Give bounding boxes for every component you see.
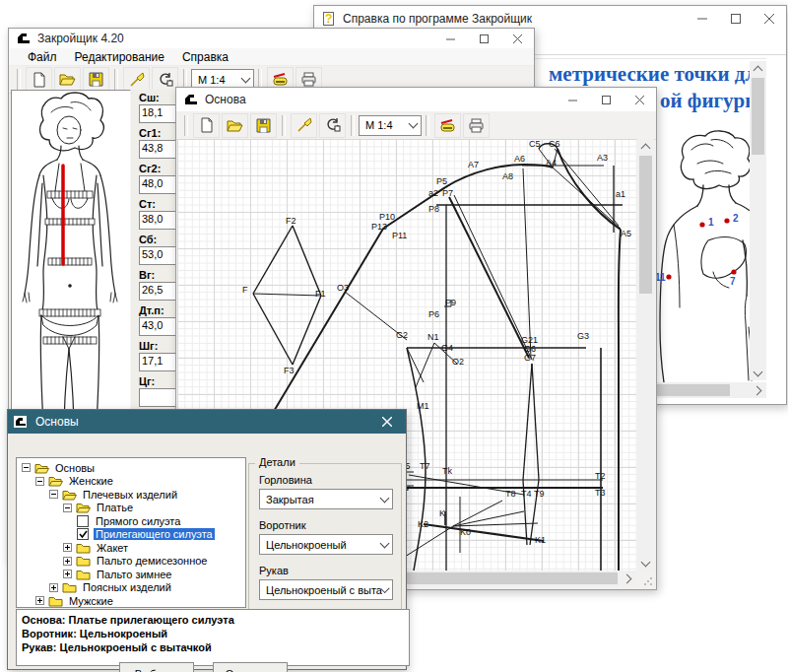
checkbox[interactable] xyxy=(77,515,89,527)
tree-item-label: Пальто демисезонное xyxy=(95,555,209,567)
expand-icon[interactable] xyxy=(49,583,58,592)
help-icon: ? xyxy=(322,12,337,25)
maximize-button[interactable] xyxy=(719,6,753,31)
refresh-button[interactable] xyxy=(319,113,346,138)
folder-closed-icon xyxy=(76,542,91,554)
tree-item-label: Прилегающего силуэта xyxy=(94,528,215,540)
print-button[interactable] xyxy=(463,113,490,138)
folder-open-icon xyxy=(34,462,49,474)
checkbox[interactable] xyxy=(77,528,89,540)
tree-item[interactable]: Пальто демисезонное xyxy=(17,555,245,569)
scroll-down-button[interactable] xyxy=(637,556,654,571)
pattern-line xyxy=(416,343,434,387)
minimize-button[interactable] xyxy=(433,29,467,48)
help-vertical-scrollbar[interactable] xyxy=(750,61,766,380)
pattern-point-label: P5 xyxy=(436,176,447,186)
collapse-icon[interactable] xyxy=(49,490,58,499)
tree-item-label: Женские xyxy=(67,475,115,487)
svg-text:?: ? xyxy=(325,12,332,26)
pattern-point-label: A5 xyxy=(621,229,631,238)
folder-closed-icon xyxy=(62,581,77,593)
tree-item[interactable]: Платье xyxy=(17,502,245,515)
pattern-point-label: K xyxy=(439,508,445,518)
close-button[interactable] xyxy=(753,6,786,31)
tree-item[interactable]: Поясных изделий xyxy=(17,581,245,595)
cancel-button[interactable]: Отменить xyxy=(213,662,288,672)
refresh-button[interactable] xyxy=(152,67,178,92)
minimize-button[interactable] xyxy=(556,88,589,111)
field-label: Воротник xyxy=(259,519,393,531)
tree-item[interactable]: Мужские xyxy=(17,594,245,608)
scroll-up-button[interactable] xyxy=(750,61,766,76)
expand-icon[interactable] xyxy=(63,557,72,566)
maximize-button[interactable] xyxy=(467,29,500,48)
pattern-curve xyxy=(445,165,553,187)
neckline-select[interactable]: Закрытая xyxy=(259,489,393,509)
menu-item-0[interactable]: Файл xyxy=(19,50,66,64)
new-document-button[interactable] xyxy=(26,67,52,92)
selected-value: Цельнокроеный с вытачкой xyxy=(266,584,382,596)
expand-icon[interactable] xyxy=(63,543,72,552)
pattern-point-label: F3 xyxy=(284,366,295,375)
resize-grip[interactable] xyxy=(642,575,654,587)
new-document-button[interactable] xyxy=(193,113,220,138)
tree-item[interactable]: Пальто зимнее xyxy=(17,568,245,581)
close-button[interactable] xyxy=(623,88,656,111)
app-icon xyxy=(17,33,32,45)
sleeve-select[interactable]: Цельнокроеный с вытачкой xyxy=(259,579,393,600)
pattern-line xyxy=(407,348,424,382)
clean-broom-button[interactable] xyxy=(291,113,317,138)
collapse-icon[interactable] xyxy=(63,504,72,512)
collar-select[interactable]: Цельнокроеный xyxy=(259,534,393,555)
clean-broom-button[interactable] xyxy=(123,67,150,92)
scale-select[interactable]: М 1:4 xyxy=(359,115,422,136)
scroll-thumb[interactable] xyxy=(639,156,652,294)
tree-item-label: Пальто зимнее xyxy=(95,569,173,580)
maximize-button[interactable] xyxy=(589,88,623,111)
select-button[interactable]: Выбрать xyxy=(119,662,194,672)
tree-item[interactable]: Женские xyxy=(17,475,245,489)
save-button[interactable] xyxy=(250,113,277,138)
details-group-label: Детали xyxy=(255,456,299,468)
scroll-right-button[interactable] xyxy=(750,382,766,398)
pattern-line xyxy=(555,149,619,226)
scroll-right-button[interactable] xyxy=(620,571,636,586)
dialog-title: Основы xyxy=(35,415,374,429)
close-button[interactable] xyxy=(500,29,534,48)
menu-item-2[interactable]: Справка xyxy=(173,50,237,64)
pattern-line xyxy=(523,364,532,480)
tree-item[interactable]: Прилегающего силуэта xyxy=(17,528,245,542)
menu-item-1[interactable]: Редактирование xyxy=(66,50,173,64)
pattern-point-label: O2 xyxy=(452,357,464,367)
pattern-curve xyxy=(558,149,621,230)
tree-item[interactable]: Плечевых изделий xyxy=(17,488,245,502)
bases-tree[interactable]: ОсновыЖенскиеПлечевых изделийПлатьеПрямо… xyxy=(16,457,246,608)
scroll-down-button[interactable] xyxy=(750,366,766,380)
scroll-up-button[interactable] xyxy=(637,139,654,154)
close-button[interactable] xyxy=(374,410,400,434)
pattern-point-label: N1 xyxy=(427,332,439,342)
minimize-button[interactable] xyxy=(686,6,719,31)
pattern-line xyxy=(532,364,539,480)
tree-item-label: Поясных изделий xyxy=(81,581,173,593)
open-folder-button[interactable] xyxy=(222,113,248,138)
open-folder-button[interactable] xyxy=(54,67,81,92)
tree-item[interactable]: Жакет xyxy=(17,541,245,555)
osnova-vertical-scrollbar[interactable] xyxy=(637,139,654,571)
expand-icon[interactable] xyxy=(35,596,44,605)
pattern-point-label: T4 xyxy=(521,489,532,499)
pattern-line xyxy=(253,294,321,296)
tree-item[interactable]: Основы xyxy=(17,461,245,475)
collapse-icon[interactable] xyxy=(22,463,31,472)
scroll-thumb[interactable] xyxy=(752,78,764,155)
osnova-toolbar: М 1:4 xyxy=(176,111,656,140)
pattern-point-label: G3 xyxy=(577,331,589,341)
tape-measure-button[interactable] xyxy=(434,113,461,138)
expand-icon[interactable] xyxy=(63,570,72,578)
tree-item[interactable]: Прямого силуэта xyxy=(17,514,245,528)
collapse-icon[interactable] xyxy=(35,477,44,486)
point-number-label: 2 xyxy=(733,213,739,224)
selection-summary: Основа: Платье прилегающего силуэтаВорот… xyxy=(16,609,410,666)
save-button[interactable] xyxy=(83,67,109,92)
pattern-point-label: A4 xyxy=(546,158,557,168)
